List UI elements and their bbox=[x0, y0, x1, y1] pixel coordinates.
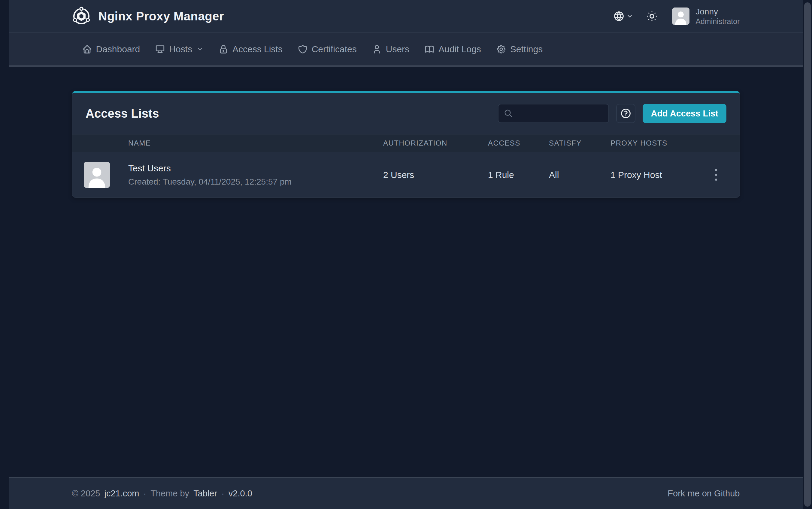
nav-item-access-lists[interactable]: Access Lists bbox=[211, 33, 290, 65]
cell-proxy-hosts: 1 Proxy Host bbox=[611, 170, 704, 180]
nav-label: Users bbox=[386, 44, 409, 54]
nav-item-users[interactable]: Users bbox=[364, 33, 417, 65]
nav-label: Certificates bbox=[312, 44, 357, 54]
page-title: Access Lists bbox=[86, 107, 159, 120]
brand[interactable]: Nginx Proxy Manager bbox=[72, 6, 224, 27]
main-nav: Dashboard Hosts Access Lists Certificate… bbox=[9, 33, 803, 67]
npm-logo-icon bbox=[72, 6, 91, 27]
app-title: Nginx Proxy Manager bbox=[98, 10, 224, 23]
user-name: Jonny bbox=[695, 6, 740, 17]
row-actions-menu-icon[interactable] bbox=[712, 166, 720, 184]
access-lists-card: Access Lists Add Access List bbox=[72, 91, 740, 198]
table-row: Test Users Created: Tuesday, 04/11/2025,… bbox=[72, 152, 740, 198]
nav-label: Access Lists bbox=[232, 44, 283, 54]
separator-dot: · bbox=[221, 488, 224, 499]
jc21-link[interactable]: jc21.com bbox=[104, 488, 139, 499]
nav-item-audit-logs[interactable]: Audit Logs bbox=[417, 33, 489, 65]
home-icon bbox=[82, 44, 92, 54]
monitor-icon bbox=[155, 44, 165, 54]
scrollbar-thumb[interactable] bbox=[804, 2, 811, 507]
theme-by-text: Theme by bbox=[151, 488, 189, 499]
user-avatar bbox=[672, 7, 689, 25]
row-name-cell: Test Users Created: Tuesday, 04/11/2025,… bbox=[128, 163, 383, 187]
column-header-access: ACCESS bbox=[488, 139, 549, 147]
column-header-satisfy: SATISFY bbox=[549, 139, 611, 147]
language-selector[interactable] bbox=[613, 10, 633, 22]
help-circle-icon bbox=[620, 108, 631, 119]
separator-dot: · bbox=[143, 488, 147, 499]
user-role: Administrator bbox=[695, 17, 740, 26]
cell-satisfy: All bbox=[549, 170, 611, 180]
book-icon bbox=[424, 44, 434, 54]
avatar-placeholder-icon bbox=[672, 7, 689, 25]
nav-item-certificates[interactable]: Certificates bbox=[290, 33, 364, 65]
column-header-authorization: AUTHORIZATION bbox=[383, 139, 488, 147]
search-box bbox=[498, 104, 609, 123]
help-button[interactable] bbox=[616, 104, 636, 123]
version-link[interactable]: v2.0.0 bbox=[229, 488, 252, 499]
lock-icon bbox=[218, 44, 229, 54]
sun-icon bbox=[646, 10, 658, 22]
access-list-created: Created: Tuesday, 04/11/2025, 12:25:57 p… bbox=[128, 177, 383, 187]
user-icon bbox=[372, 44, 382, 54]
table-header-row: NAME AUTHORIZATION ACCESS SATISFY PROXY … bbox=[72, 134, 740, 152]
top-header: Nginx Proxy Manager bbox=[9, 0, 803, 33]
row-avatar bbox=[84, 162, 110, 188]
tabler-link[interactable]: Tabler bbox=[193, 488, 217, 499]
nav-label: Settings bbox=[510, 44, 543, 54]
column-header-proxy-hosts: PROXY HOSTS bbox=[611, 139, 704, 147]
chevron-down-icon bbox=[197, 46, 203, 53]
main-content: Access Lists Add Access List bbox=[0, 67, 812, 477]
page-footer: © 2025 jc21.com · Theme by Tabler · v2.0… bbox=[9, 477, 803, 509]
theme-toggle-button[interactable] bbox=[646, 10, 658, 22]
nav-item-settings[interactable]: Settings bbox=[489, 33, 550, 65]
column-header-name: NAME bbox=[128, 139, 383, 147]
copyright-text: © 2025 bbox=[72, 488, 100, 499]
avatar-placeholder-icon bbox=[84, 162, 110, 188]
nav-item-dashboard[interactable]: Dashboard bbox=[74, 33, 148, 65]
cell-access: 1 Rule bbox=[488, 170, 549, 180]
shield-icon bbox=[298, 44, 308, 54]
user-menu[interactable]: Jonny Administrator bbox=[672, 6, 740, 26]
github-link[interactable]: Fork me on Github bbox=[668, 488, 740, 499]
access-list-name: Test Users bbox=[128, 163, 383, 173]
nav-label: Hosts bbox=[169, 44, 192, 54]
gear-icon bbox=[496, 44, 506, 54]
chevron-down-icon bbox=[626, 13, 633, 20]
globe-icon bbox=[613, 10, 625, 22]
add-access-list-button[interactable]: Add Access List bbox=[643, 104, 726, 123]
scrollbar-track bbox=[803, 0, 812, 509]
cell-authorization: 2 Users bbox=[383, 170, 488, 180]
nav-item-hosts[interactable]: Hosts bbox=[148, 33, 211, 65]
search-input[interactable] bbox=[498, 104, 609, 123]
nav-label: Dashboard bbox=[96, 44, 140, 54]
nav-label: Audit Logs bbox=[439, 44, 481, 54]
